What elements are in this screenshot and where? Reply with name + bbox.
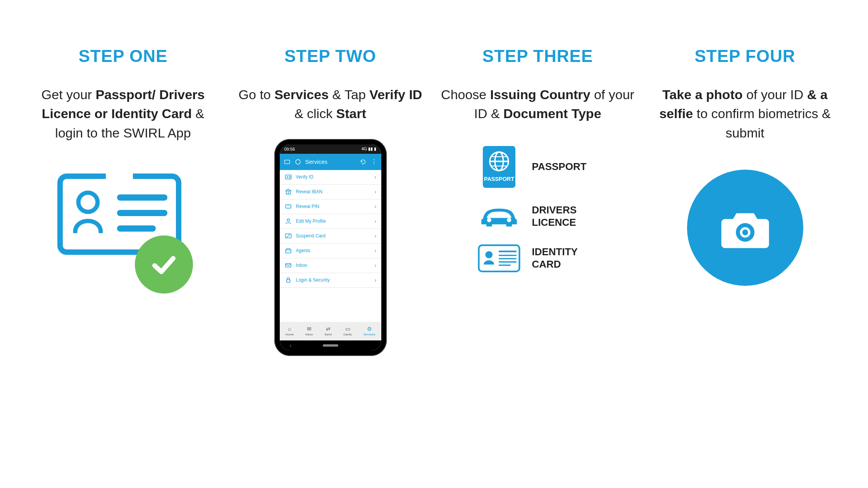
nav-icon: ▭ xyxy=(345,326,350,332)
inbox-icon xyxy=(284,262,292,269)
chevron-right-icon: › xyxy=(375,174,377,180)
step-three-desc: Choose Issuing Country of your ID & Docu… xyxy=(441,85,635,124)
nav-icon: ✉ xyxy=(307,326,312,332)
svg-rect-16 xyxy=(286,250,291,253)
step-three-title: STEP THREE xyxy=(482,46,593,66)
appbar-card-icon xyxy=(284,158,291,165)
document-label: PASSPORT xyxy=(532,161,598,173)
chevron-right-icon: › xyxy=(375,233,377,239)
chevron-right-icon: › xyxy=(375,262,377,268)
svg-text:***: *** xyxy=(287,205,290,208)
checkmark-badge-icon xyxy=(135,235,193,294)
service-item-pin[interactable]: ***Reveal PIN› xyxy=(280,199,381,214)
service-item-lock[interactable]: Login & Security› xyxy=(280,273,381,288)
service-label: Agents xyxy=(296,248,371,253)
service-item-id[interactable]: Verify ID› xyxy=(280,170,381,185)
step-four-title: STEP FOUR xyxy=(694,46,795,66)
home-pill-icon[interactable] xyxy=(323,344,338,347)
bottom-nav-send[interactable]: ⇄Send xyxy=(325,326,332,336)
step-four-illustration xyxy=(687,158,803,297)
step-one-title: STEP ONE xyxy=(79,46,168,66)
step-four: STEP FOUR Take a photo of your ID & a se… xyxy=(648,46,842,297)
refresh-icon[interactable] xyxy=(360,158,367,165)
service-label: Suspend Card xyxy=(296,233,371,239)
nav-label: Send xyxy=(325,333,332,336)
chevron-right-icon: › xyxy=(375,218,377,224)
svg-rect-18 xyxy=(286,280,290,282)
lock-icon xyxy=(284,277,292,284)
status-network: 4G ▮▮ ▮ xyxy=(362,146,377,151)
chevron-right-icon: › xyxy=(375,189,377,195)
service-label: Reveal PIN xyxy=(296,204,371,209)
svg-point-29 xyxy=(485,251,493,258)
idcard-icon xyxy=(478,243,520,274)
service-item-profile[interactable]: Edit My Profile› xyxy=(280,214,381,229)
phone-mockup: 09:56 4G ▮▮ ▮ Services xyxy=(274,139,387,356)
step-three: STEP THREE Choose Issuing Country of you… xyxy=(441,46,635,278)
document-option-car: DRIVERS LICENCE xyxy=(478,201,598,232)
svg-rect-1 xyxy=(284,160,289,163)
nav-icon: ⇄ xyxy=(326,326,331,332)
nav-label: Home xyxy=(286,333,294,336)
svg-rect-3 xyxy=(285,175,291,179)
chevron-right-icon: › xyxy=(375,203,377,210)
bottom-nav-services[interactable]: ⚙Services xyxy=(363,326,375,336)
step-four-desc: Take a photo of your ID & a selfie to co… xyxy=(648,85,842,143)
nav-label: Inbox xyxy=(305,333,313,336)
service-item-bank[interactable]: Reveal IBAN› xyxy=(280,185,381,199)
service-item-inbox[interactable]: Inbox› xyxy=(280,258,381,273)
bottom-nav: ⌂Home✉Inbox⇄Send▭Cards⚙Services xyxy=(280,322,381,340)
document-option-idcard: IDENTITY CARD xyxy=(478,243,598,274)
appbar-title: Services xyxy=(305,158,328,165)
svg-point-37 xyxy=(742,229,748,235)
nav-icon: ⚙ xyxy=(367,326,372,332)
svg-point-27 xyxy=(507,218,511,222)
id-icon xyxy=(284,174,292,180)
chevron-right-icon: › xyxy=(375,277,377,283)
car-icon xyxy=(478,201,520,232)
bottom-nav-cards[interactable]: ▭Cards xyxy=(343,326,351,336)
svg-point-4 xyxy=(286,176,288,178)
services-list: Verify ID›Reveal IBAN›***Reveal PIN›Edit… xyxy=(280,170,381,322)
passport-icon: PASSPORT xyxy=(478,144,520,190)
step-one-desc: Get your Passport/ Drivers Licence or Id… xyxy=(26,85,220,143)
profile-icon xyxy=(284,218,292,225)
pin-icon: *** xyxy=(284,203,292,210)
step-one: STEP ONE Get your Passport/ Drivers Lice… xyxy=(26,46,220,297)
steps-row: STEP ONE Get your Passport/ Drivers Lice… xyxy=(23,46,845,356)
nav-label: Services xyxy=(363,333,375,336)
suspend-icon xyxy=(284,232,292,239)
document-label: DRIVERS LICENCE xyxy=(532,204,598,228)
step-two: STEP TWO Go to Services & Tap Verify ID … xyxy=(234,46,427,356)
service-label: Login & Security xyxy=(296,277,371,283)
person-icon xyxy=(71,191,105,233)
step-two-title: STEP TWO xyxy=(284,46,376,66)
app-bar: Services ⋮ xyxy=(280,154,381,170)
step-one-illustration xyxy=(57,158,189,297)
nav-icon: ⌂ xyxy=(288,326,291,332)
camera-badge-icon xyxy=(687,170,803,286)
service-label: Edit My Profile xyxy=(296,218,371,224)
phone-status-bar: 09:56 4G ▮▮ ▮ xyxy=(280,144,381,154)
svg-point-0 xyxy=(78,192,98,212)
bottom-nav-home[interactable]: ⌂Home xyxy=(286,326,294,336)
service-label: Reveal IBAN xyxy=(296,189,371,194)
service-label: Verify ID xyxy=(296,174,371,180)
step-two-desc: Go to Services & Tap Verify ID & click S… xyxy=(234,85,427,124)
service-item-agents[interactable]: Agents› xyxy=(280,244,381,258)
bottom-nav-inbox[interactable]: ✉Inbox xyxy=(305,326,313,336)
service-label: Inbox xyxy=(296,263,371,268)
step-three-illustration: PASSPORTPASSPORTDRIVERS LICENCEIDENTITY … xyxy=(478,139,598,278)
svg-text:PASSPORT: PASSPORT xyxy=(484,176,514,182)
nav-label: Cards xyxy=(343,333,351,336)
more-icon[interactable]: ⋮ xyxy=(370,158,377,165)
chevron-right-icon: › xyxy=(375,247,377,254)
back-icon[interactable]: ‹ xyxy=(290,342,292,349)
appbar-chat-icon xyxy=(294,158,301,165)
service-item-suspend[interactable]: Suspend Card› xyxy=(280,229,381,244)
document-label: IDENTITY CARD xyxy=(532,246,598,270)
status-time: 09:56 xyxy=(284,147,295,151)
step-two-illustration: 09:56 4G ▮▮ ▮ Services xyxy=(274,139,387,356)
bank-icon xyxy=(284,188,292,195)
android-nav-bar: ‹ xyxy=(280,340,381,351)
